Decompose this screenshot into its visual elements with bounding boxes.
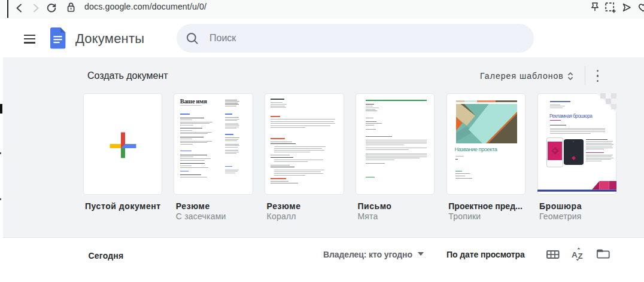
svg-text:Z: Z	[578, 252, 583, 260]
svg-text:A: A	[572, 250, 578, 259]
